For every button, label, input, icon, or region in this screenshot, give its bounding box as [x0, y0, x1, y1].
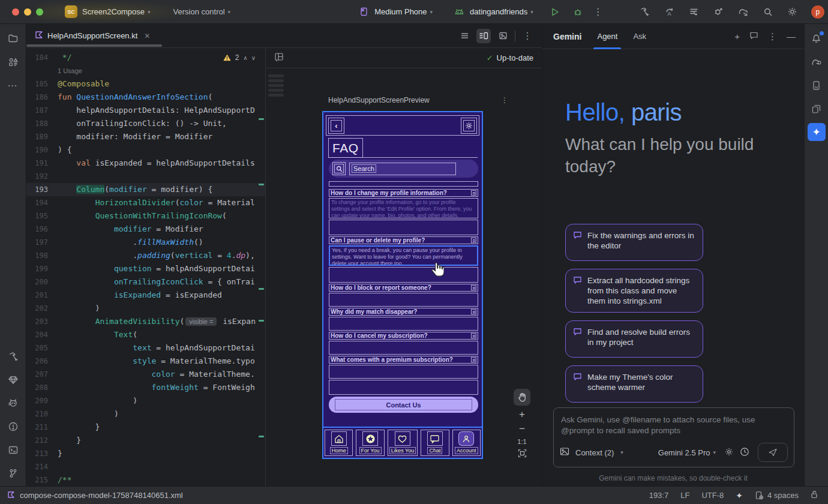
preview-name-label[interactable]: HelpAndSupportScreenPreview — [328, 96, 430, 104]
code-line[interactable]: 197 .fillMaxWidth() — [26, 236, 265, 249]
code-line[interactable]: 188 onTrailingIconClick: () -> Unit, — [26, 117, 265, 130]
code-view-button[interactable] — [457, 29, 472, 43]
gemini-suggestion-chip[interactable]: Extract all hardcoded strings from this … — [565, 269, 703, 313]
settings-button[interactable] — [461, 118, 477, 134]
notifications-bell-button[interactable] — [808, 29, 826, 47]
pan-tool-button[interactable] — [514, 389, 530, 406]
close-window-button[interactable] — [12, 8, 19, 16]
more-tools-button[interactable]: ⋯ — [4, 76, 22, 94]
debug-button[interactable] — [572, 6, 584, 18]
prev-next-warning-arrows[interactable]: ∧∨ — [243, 55, 259, 61]
new-chat-plus-icon[interactable]: + — [734, 31, 740, 41]
preview-item-kebab[interactable]: ⋮ — [501, 96, 508, 104]
code-line[interactable]: 193 Column(modifier = modifier) { — [26, 183, 265, 196]
code-line[interactable]: 198 .padding(vertical = 4.dp), — [26, 249, 265, 262]
close-tab-icon[interactable]: ✕ — [144, 32, 150, 40]
code-line[interactable]: 209 ) — [26, 394, 265, 407]
logcat-tool-button[interactable] — [4, 394, 22, 412]
zoom-in-button[interactable]: + — [519, 409, 525, 420]
code-line[interactable]: 203 AnimatedVisibility(visible = isExpan — [26, 315, 265, 328]
faq-question-row[interactable]: Can I pause or delete my profile? — [329, 236, 478, 244]
change-marker[interactable] — [259, 118, 264, 120]
run-config-selector[interactable]: datingandfriends ▾ — [453, 6, 536, 18]
code-line[interactable]: 186fun QuestionAndAnswerInfoSection( — [26, 91, 265, 104]
line-separator[interactable]: LF — [680, 491, 689, 500]
project-selector[interactable]: Screen2Compose ▾ — [77, 7, 153, 16]
change-marker[interactable] — [259, 288, 264, 290]
model-dropdown[interactable]: Gemini 2.5 Pro ▾ — [658, 448, 718, 457]
zoom-ratio-button[interactable]: 1:1 — [517, 438, 526, 445]
nav-item-chat[interactable]: Chat — [421, 430, 449, 456]
code-line[interactable]: 191 val isExpanded = helpAndSupportDetai… — [26, 157, 265, 170]
context-dropdown[interactable]: Context (2) ▾ — [575, 448, 626, 457]
build-tool-button[interactable] — [4, 347, 22, 365]
fit-to-screen-button[interactable] — [518, 449, 527, 460]
settings-gear-icon[interactable] — [787, 6, 799, 18]
phone-preview-frame[interactable]: ‹ FAQ Search How do I change my profile … — [322, 111, 483, 459]
hide-panel-icon[interactable]: — — [787, 31, 796, 41]
code-line[interactable]: 206 style = MaterialTheme.typo — [26, 355, 265, 368]
change-marker[interactable] — [259, 184, 264, 185]
tab-agent[interactable]: Agent — [597, 24, 617, 49]
faq-question-row[interactable]: How do I change my profile information? — [329, 189, 478, 197]
indent-setting[interactable]: 4 spaces — [755, 491, 799, 500]
inspections-widget[interactable]: 2 ∧∨ — [221, 53, 262, 62]
expand-toggle-icon[interactable] — [471, 309, 476, 314]
code-line[interactable]: 194 HorizontalDivider(color = Material — [26, 196, 265, 209]
project-tool-button[interactable] — [4, 29, 22, 47]
resource-manager-tool-button[interactable] — [4, 53, 22, 71]
problems-tool-button[interactable] — [4, 418, 22, 436]
nav-item-account[interactable]: Account — [452, 430, 481, 456]
gemini-suggestion-chip[interactable]: Fix the warnings and errors in the edito… — [565, 224, 703, 261]
more-actions-kebab[interactable]: ⋮ — [592, 6, 604, 18]
layout-grid-icon[interactable] — [274, 52, 284, 64]
code-line[interactable]: 1 Usage — [26, 64, 265, 77]
faq-answer-box[interactable]: Yes, If you need a break, you can pause … — [329, 245, 478, 266]
code-line[interactable]: 195 QuestionWithTrailingIconRow( — [26, 209, 265, 223]
expand-toggle-icon[interactable] — [471, 285, 476, 290]
minimize-window-button[interactable] — [24, 8, 31, 16]
code-line[interactable]: 212 } — [26, 434, 265, 447]
ai-transform-icon[interactable]: A — [664, 6, 676, 18]
code-line[interactable]: 214 — [26, 460, 265, 473]
vcs-menu[interactable]: Version control ▾ — [169, 7, 233, 16]
file-encoding[interactable]: UTF-8 — [701, 491, 724, 500]
user-avatar[interactable]: p — [811, 5, 824, 19]
gemini-options-kebab[interactable]: ⋮ — [768, 31, 777, 42]
search-icon[interactable] — [762, 6, 774, 18]
task-list-icon[interactable] — [688, 6, 700, 18]
prompt-settings-gear-icon[interactable] — [724, 447, 734, 458]
code-line[interactable]: 187 helpAndSupportDetails: HelpAndSuppor… — [26, 104, 265, 117]
code-line[interactable]: 200 onTrailingIconClick = { onTrai — [26, 275, 265, 289]
gemini-tool-button[interactable]: ✦ — [808, 123, 826, 141]
code-line[interactable]: 190) { — [26, 143, 265, 157]
code-line[interactable]: 205 text = helpAndSupportDetai — [26, 341, 265, 355]
code-line[interactable]: 189 modifier: Modifier = Modifier — [26, 130, 265, 143]
nav-item-home[interactable]: Home — [325, 430, 353, 456]
gradle-sync-icon[interactable] — [737, 6, 749, 18]
device-manager-tool-button[interactable] — [808, 76, 826, 94]
code-line[interactable]: 201 isExpanded = isExpanded — [26, 289, 265, 302]
nav-item-likes-you[interactable]: Likes You — [388, 430, 418, 456]
lock-icon[interactable] — [811, 490, 818, 500]
tab-ask[interactable]: Ask — [633, 24, 646, 49]
code-area[interactable]: 184 */1 Usage185@Composable186fun Questi… — [26, 51, 265, 486]
chat-history-icon[interactable] — [749, 31, 758, 41]
faq-question-row[interactable]: How do I block or report someone? — [329, 284, 478, 292]
faq-question-row[interactable]: How do I cancel my subscription? — [329, 332, 478, 340]
faq-question-row[interactable]: What comes with a premium subscription? — [329, 356, 478, 364]
app-quality-insights-tool-button[interactable] — [4, 371, 22, 389]
code-line[interactable]: 215/** — [26, 473, 265, 486]
code-line[interactable]: 185@Composable — [26, 77, 265, 91]
preview-options-kebab[interactable]: ⋮ — [520, 29, 535, 43]
code-line[interactable]: 199 question = helpAndSupportDetai — [26, 262, 265, 275]
expand-toggle-icon[interactable] — [471, 357, 476, 362]
faq-question-row[interactable]: Why did my match disappear? — [329, 308, 478, 316]
status-file-name[interactable]: compose-compose-model-1758748140651.xml — [20, 491, 183, 500]
gemini-status-icon[interactable]: ✦ — [736, 491, 743, 500]
send-prompt-button[interactable] — [758, 443, 788, 462]
gemini-suggestion-chip[interactable]: Make my Theme's color scheme warmer — [565, 365, 703, 403]
expand-toggle-icon[interactable] — [471, 333, 476, 338]
device-selector[interactable]: Medium Phone ▾ — [358, 6, 435, 18]
nav-item-for-you[interactable]: For You — [356, 430, 384, 456]
